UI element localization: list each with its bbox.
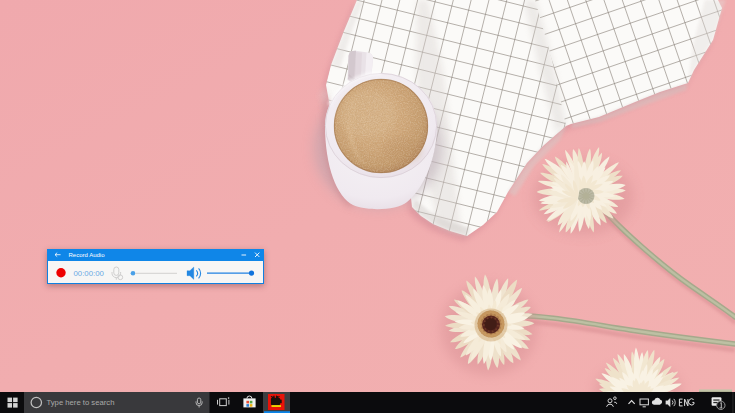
svg-text:00:00:00: 00:00:00: [74, 268, 105, 277]
svg-text:Type here to search: Type here to search: [47, 398, 115, 407]
svg-text:Record Audio: Record Audio: [69, 252, 106, 258]
